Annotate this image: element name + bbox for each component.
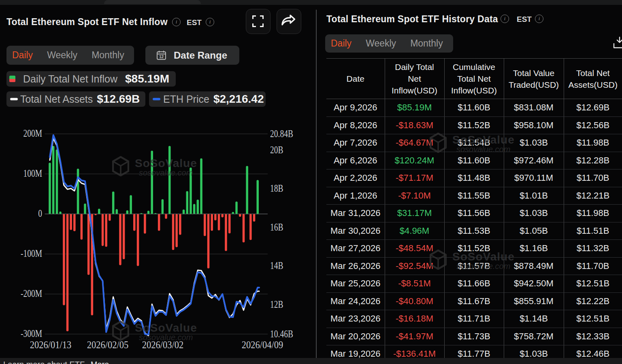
svg-text:12: 12 [159, 55, 164, 59]
